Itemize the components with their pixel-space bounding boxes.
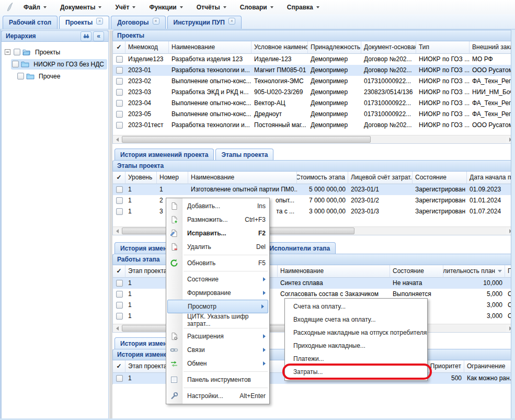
context-menu-item[interactable]: Формирование: [166, 286, 269, 300]
context-menu-item[interactable]: Размножить...Ctrl+F3: [166, 213, 269, 226]
main-tab[interactable]: Инструкции ПУП×: [167, 16, 242, 29]
row-checkbox[interactable]: [116, 291, 123, 298]
sub-tab[interactable]: Исполнители этапа: [264, 242, 336, 254]
sub-tab[interactable]: История изменений проекта: [115, 149, 214, 161]
column-header[interactable]: Номер: [157, 172, 188, 184]
tree-expander-icon[interactable]: [5, 49, 10, 55]
tree-checkbox[interactable]: [12, 61, 19, 67]
row-checkbox[interactable]: [116, 89, 123, 96]
context-menu-item[interactable]: Просмотр: [167, 300, 268, 313]
column-header[interactable]: Стоимость этапа: [297, 172, 348, 184]
collapse-panel-button[interactable]: «: [93, 31, 104, 41]
scroll-left-icon[interactable]: [113, 136, 121, 143]
row-checkbox[interactable]: [116, 313, 123, 320]
row-checkbox[interactable]: [116, 67, 123, 74]
main-tab[interactable]: Проекты×: [59, 16, 109, 29]
submenu-item[interactable]: Счета на оплату...: [285, 300, 427, 313]
close-icon[interactable]: ×: [96, 18, 103, 25]
tree-node[interactable]: НИОКР по ГОЗ без НДС: [5, 58, 107, 70]
row-checkbox[interactable]: [116, 100, 123, 107]
scroll-left-icon[interactable]: [113, 228, 121, 235]
submenu-item[interactable]: Приходные накладные...: [285, 339, 427, 353]
column-header[interactable]: Уровень: [125, 172, 157, 184]
menubar-item[interactable]: Словари: [233, 2, 280, 13]
context-menu-item[interactable]: ЦИТК. Указать шифр затрат...: [166, 313, 269, 327]
context-menu-item[interactable]: Связи: [166, 343, 269, 357]
tree-node-root[interactable]: Проекты: [5, 46, 107, 58]
column-header[interactable]: Лицевой счёт затрат.: [348, 172, 413, 184]
close-icon[interactable]: ×: [153, 18, 159, 25]
table-row[interactable]: 2023-01Разработка технологии и...Магнит …: [113, 65, 514, 76]
context-menu-item[interactable]: Добавить...Ins: [166, 199, 269, 213]
menubar-item[interactable]: Функции: [142, 2, 189, 13]
table-row[interactable]: 2023-01тестРазработка технологии и...Пос…: [113, 120, 514, 131]
column-header[interactable]: Документ-основан: [361, 41, 416, 54]
tree-node-body[interactable]: Прочее: [16, 71, 63, 82]
main-tab[interactable]: Договоры×: [111, 16, 165, 29]
context-menu-item[interactable]: Исправить...F2: [166, 226, 269, 240]
projects-panel-title: Проекты: [117, 30, 144, 41]
hierarchy-title: Иерархия: [6, 31, 36, 41]
context-menu-item[interactable]: Состояние: [166, 273, 269, 286]
projects-hscrollbar[interactable]: [113, 135, 514, 143]
column-header[interactable]: Состояние: [390, 265, 443, 278]
column-header[interactable]: Внешний заказчик: [470, 41, 515, 54]
column-header[interactable]: Дата начала план: [467, 172, 515, 184]
context-menu-item[interactable]: УдалитьDel: [166, 240, 269, 254]
column-header[interactable]: Длительность план: [443, 265, 505, 278]
column-header[interactable]: Принадлежность: [308, 41, 361, 54]
tree-node[interactable]: Прочее: [5, 70, 107, 82]
tree-node-body[interactable]: НИОКР по ГОЗ без НДС: [11, 59, 107, 70]
table-row[interactable]: 11Изготовление опытной партии ПМ0...5 00…: [113, 184, 514, 195]
context-menu-item[interactable]: Панель инструментов: [166, 373, 269, 387]
column-header[interactable]: Наименование: [188, 172, 297, 184]
row-checkbox[interactable]: [116, 375, 123, 382]
scroll-left-icon[interactable]: [113, 325, 121, 332]
tree-checkbox[interactable]: [14, 49, 20, 55]
submenu-item[interactable]: Расходные накладные на отпуск потребител…: [285, 326, 427, 339]
main-tab[interactable]: Рабочий стол: [3, 16, 58, 29]
menubar-item[interactable]: Документы: [53, 2, 108, 13]
column-header[interactable]: Мнемокод: [125, 41, 169, 54]
column-header[interactable]: Наименование: [169, 41, 251, 54]
column-header[interactable]: ✓: [113, 41, 125, 54]
row-checkbox[interactable]: [116, 186, 123, 193]
table-row[interactable]: Изделие123Разработка изделия 123Изделие-…: [113, 54, 514, 65]
menubar-item[interactable]: Отчёты: [190, 2, 233, 13]
column-header[interactable]: Тип: [416, 41, 470, 54]
submenu-item[interactable]: Входящие счета на оплату...: [285, 313, 427, 326]
sub-tab[interactable]: Этапы проекта: [215, 149, 273, 161]
column-header[interactable]: Наименование: [278, 265, 390, 278]
scrollbar-thumb[interactable]: [122, 136, 371, 143]
context-menu-item[interactable]: Настройки...Alt+Enter: [166, 389, 269, 403]
context-menu-item[interactable]: ОбновитьF5: [166, 256, 269, 270]
menubar-item[interactable]: Файл: [17, 2, 53, 13]
table-row[interactable]: 2023-02Выполнение опытно-конс...Технолог…: [113, 76, 514, 87]
close-icon[interactable]: ×: [228, 18, 235, 25]
row-checkbox[interactable]: [116, 122, 123, 129]
context-menu-item[interactable]: Расширения: [166, 330, 269, 343]
menubar-item[interactable]: Справка: [280, 2, 326, 13]
column-header[interactable]: ✓: [113, 172, 125, 184]
table-row[interactable]: 2023-04Выполнение опытно-конс...Вектор-А…: [113, 98, 514, 109]
row-checkbox[interactable]: [116, 56, 123, 63]
table-cell: 2023-03: [125, 87, 169, 98]
column-header[interactable]: Условное наименова: [251, 41, 308, 54]
table-row[interactable]: 2023-05Выполнение опытно-конс...Дредноут…: [113, 109, 514, 120]
row-checkbox[interactable]: [116, 280, 123, 287]
row-checkbox[interactable]: [116, 78, 123, 85]
context-menu-item[interactable]: Обмен: [166, 357, 269, 370]
row-checkbox[interactable]: [116, 111, 123, 118]
column-header[interactable]: ✓: [113, 265, 125, 278]
hierarchy-header: Иерархия «: [1, 30, 109, 42]
row-checkbox[interactable]: [116, 302, 123, 309]
column-header[interactable]: Ограничение: [464, 360, 515, 373]
menubar-item[interactable]: Учёт: [108, 2, 142, 13]
column-header[interactable]: Состояние: [413, 172, 467, 184]
column-header[interactable]: ✓: [113, 360, 125, 373]
row-checkbox[interactable]: [116, 208, 123, 215]
search-button[interactable]: [81, 31, 91, 41]
table-row[interactable]: 2023-03Разработка ЭКД и РКД н...905-U020…: [113, 87, 514, 98]
tree-checkbox[interactable]: [17, 73, 24, 80]
row-checkbox[interactable]: [116, 197, 123, 204]
